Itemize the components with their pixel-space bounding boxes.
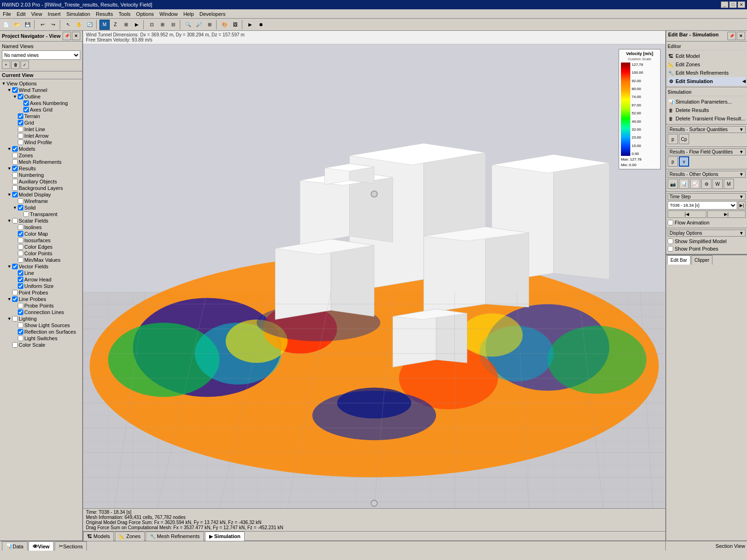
checkbox-vector-fields[interactable]	[12, 264, 18, 269]
timestep-dropdown[interactable]: Time Step ▼	[668, 193, 746, 200]
tb-record[interactable]: ⏺	[256, 20, 266, 30]
tab-zones[interactable]: 📐 Zones	[115, 532, 145, 541]
flow-icon-v[interactable]: v	[679, 156, 689, 167]
tb-open[interactable]: 📂	[12, 20, 22, 30]
checkbox-wireframe[interactable]	[18, 198, 23, 204]
tree-node-probe-points[interactable]: Probe Points	[1, 302, 81, 309]
expand-icon-scalar-fields[interactable]: ▼	[7, 218, 12, 224]
checkbox-reflection-on-surfaces[interactable]	[18, 329, 23, 335]
tb-display2[interactable]: 🖼	[230, 20, 240, 30]
tree-node-minmax-values[interactable]: Min/Max Values	[1, 257, 81, 263]
tree-node-line-probes[interactable]: ▼Line Probes	[1, 296, 81, 302]
checkbox-line-probes[interactable]	[12, 296, 18, 302]
delete-transient-item[interactable]: 🗑 Delete Transient Flow Result...	[668, 114, 746, 123]
tree-node-auxiliary-objects[interactable]: Auxiliary Objects	[1, 178, 81, 185]
results-other-dropdown[interactable]: Results - Other Options ▼	[668, 171, 746, 178]
tree-node-arrow-head[interactable]: Arrow Head	[1, 276, 81, 283]
tree-node-uniform-size[interactable]: Uniform Size	[1, 283, 81, 289]
checkbox-results[interactable]	[12, 166, 18, 171]
bottom-tab-data[interactable]: 📊 Data	[2, 541, 28, 551]
expand-icon-lighting[interactable]: ▼	[7, 316, 12, 322]
surface-icon-cp[interactable]: Cp	[679, 134, 689, 144]
checkbox-minmax-values[interactable]	[18, 257, 23, 263]
timestep-prev-btn[interactable]: ▶|	[738, 201, 746, 210]
surface-icon-p[interactable]: p	[668, 134, 678, 144]
tree-node-color-scale[interactable]: Color Scale	[1, 342, 81, 348]
tree-node-line[interactable]: Line	[1, 270, 81, 276]
expand-icon-wind-tunnel[interactable]: ▼	[7, 87, 12, 93]
bottom-tab-view[interactable]: 👁 View	[28, 541, 54, 551]
tree-node-inlet-arrow[interactable]: Inlet Arrow	[1, 133, 81, 139]
tree-node-lighting[interactable]: ▼Lighting	[1, 315, 81, 322]
tab-models[interactable]: 🏗 Models	[83, 532, 114, 541]
tb-move[interactable]: ✋	[74, 20, 84, 30]
checkbox-color-scale[interactable]	[12, 342, 18, 348]
checkbox-color-edges[interactable]	[18, 244, 23, 250]
tb-rotate[interactable]: 🔄	[85, 20, 95, 30]
bottom-tab-sections[interactable]: ✂ Sections	[55, 541, 87, 551]
other-icon1[interactable]: 📷	[668, 179, 678, 189]
right-panel-pin-btn[interactable]: 📌	[727, 32, 736, 40]
maximize-btn[interactable]: □	[729, 1, 737, 8]
tb-fit[interactable]: ⊞	[204, 20, 215, 30]
tree-node-transparent[interactable]: Transparent	[1, 211, 81, 217]
tree-node-light-switches[interactable]: Light Switches	[1, 335, 81, 342]
tree-node-model-display[interactable]: ▼Model Display	[1, 191, 81, 198]
edit-zones-item[interactable]: 📐 Edit Zones	[668, 60, 746, 69]
checkbox-inlet-arrow[interactable]	[18, 133, 23, 139]
tb-zones[interactable]: Z	[110, 20, 120, 30]
tree-node-background-layers[interactable]: Background Layers	[1, 185, 81, 191]
menu-options[interactable]: Options	[134, 10, 157, 18]
tree-node-isosurfaces[interactable]: Isosurfaces	[1, 237, 81, 244]
tree-node-wireframe[interactable]: Wireframe	[1, 198, 81, 204]
checkbox-wind-tunnel[interactable]	[12, 87, 18, 93]
tree-node-solid[interactable]: ▼Solid	[1, 204, 81, 211]
delete-view-btn[interactable]: 🗑	[11, 61, 20, 69]
checkbox-outline[interactable]	[18, 94, 23, 99]
tb-display1[interactable]: 🎨	[219, 20, 230, 30]
checkbox-inlet-line[interactable]	[18, 126, 23, 132]
tb-view1[interactable]: ⊡	[147, 20, 157, 30]
checkbox-uniform-size[interactable]	[18, 283, 23, 289]
close-btn[interactable]: ✕	[738, 1, 745, 8]
edit-simulation-item[interactable]: ⚙ Edit Simulation ◀	[668, 77, 746, 85]
tree-node-vector-fields[interactable]: ▼Vector Fields	[1, 263, 81, 270]
tb-zoom-out[interactable]: 🔎	[194, 20, 204, 30]
tree-node-terrain[interactable]: Terrain	[1, 113, 81, 119]
nav-right-btn[interactable]: ▶|	[707, 210, 746, 218]
checkbox-scalar-fields[interactable]	[12, 218, 18, 224]
display-options-dropdown[interactable]: Display Options ▼	[668, 230, 746, 237]
timestep-select[interactable]: T038 - 18.34 [s]	[668, 201, 737, 210]
expand-icon-models[interactable]: ▼	[7, 146, 12, 152]
menu-help[interactable]: Help	[181, 10, 197, 18]
tree-node-grid[interactable]: Grid	[1, 119, 81, 126]
checkbox-numbering[interactable]	[12, 172, 18, 178]
expand-icon-solid[interactable]: ▼	[12, 205, 18, 210]
tree-node-wind-tunnel[interactable]: ▼Wind Tunnel	[1, 87, 81, 93]
tree-node-axes-grid[interactable]: Axes Grid	[1, 106, 81, 113]
tb-select[interactable]: ↖	[63, 20, 73, 30]
tree-node-isolines[interactable]: Isolines	[1, 224, 81, 231]
tb-mesh[interactable]: ⊞	[121, 20, 131, 30]
checkbox-connection-lines[interactable]	[18, 309, 23, 315]
checkbox-point-probes[interactable]	[12, 290, 18, 295]
tree-node-axes-numbering[interactable]: Axes Numbering	[1, 100, 81, 106]
tree-node-point-probes[interactable]: Point Probes	[1, 289, 81, 296]
menu-window[interactable]: Window	[157, 10, 181, 18]
checkbox-terrain[interactable]	[18, 113, 23, 119]
expand-icon-outline[interactable]: ▼	[12, 94, 18, 99]
edit-mesh-item[interactable]: 🔧 Edit Mesh Refinements	[668, 69, 746, 77]
expand-icon-vector-fields[interactable]: ▼	[7, 264, 12, 269]
sim-params-item[interactable]: 📊 Simulation Parameters...	[668, 98, 746, 106]
other-icon6[interactable]: M	[724, 179, 734, 189]
checkbox-transparent[interactable]	[23, 211, 29, 217]
viewport[interactable]: Velocity [m/s] Custom Scale 127,78 100.0…	[83, 44, 665, 508]
tb-new[interactable]: 📄	[1, 20, 11, 30]
checkbox-model-display[interactable]	[12, 192, 18, 197]
tree-node-models[interactable]: ▼Models	[1, 146, 81, 152]
checkbox-color-points[interactable]	[18, 251, 23, 256]
checkbox-arrow-head[interactable]	[18, 277, 23, 282]
checkbox-show-light-sources[interactable]	[18, 322, 23, 328]
minimize-btn[interactable]: _	[721, 1, 728, 8]
tab-simulation[interactable]: ▶ Simulation	[205, 532, 245, 541]
